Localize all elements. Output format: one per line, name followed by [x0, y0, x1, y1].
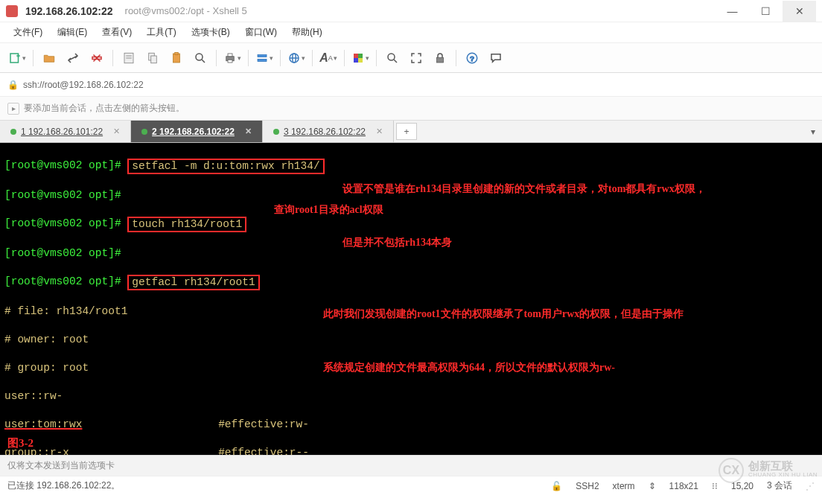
lock-icon: 🔒: [7, 80, 19, 90]
menu-view[interactable]: 查看(V): [96, 25, 138, 40]
svg-line-3: [68, 56, 77, 60]
svg-rect-27: [358, 58, 363, 63]
menu-help[interactable]: 帮助(H): [286, 25, 328, 40]
prompt: [root@vms002 opt]#: [4, 217, 127, 232]
maximize-button[interactable]: ☐: [749, 1, 783, 22]
output-user-tom: user:tom:rwx: [4, 418, 82, 432]
svg-point-14: [196, 54, 203, 60]
menu-tab[interactable]: 选项卡(B): [185, 25, 236, 40]
toolbar: ▾ ▾ ▾ ▾ AA▾ ▾ ?: [0, 43, 822, 73]
open-button[interactable]: [38, 48, 60, 68]
lock-button[interactable]: [429, 48, 451, 68]
window-host: 192.168.26.102:22: [25, 5, 113, 17]
svg-line-29: [394, 60, 397, 63]
send-bar-text: 仅将文本发送到当前选项卡: [7, 459, 115, 472]
add-session-arrow-button[interactable]: ▸: [7, 103, 19, 115]
prompt: [root@vms002 opt]#: [4, 246, 121, 261]
svg-rect-0: [10, 54, 19, 63]
prompt: [root@vms002 opt]#: [4, 188, 121, 202]
svg-rect-19: [258, 54, 267, 57]
tab-2-close-icon[interactable]: ✕: [245, 127, 252, 136]
minimize-button[interactable]: —: [716, 1, 749, 22]
window-subtitle: root@vms002:/opt - Xshell 5: [125, 5, 247, 16]
address-url[interactable]: ssh://root@192.168.26.102:22: [23, 80, 144, 90]
tip-bar: ▸ 要添加当前会话，点击左侧的箭头按钮。: [0, 97, 822, 121]
status-size: 118x21: [669, 481, 698, 491]
paste-button[interactable]: [165, 48, 188, 68]
svg-rect-25: [358, 54, 363, 58]
annotation-1: 设置不管是谁在rh134目录里创建的新的文件或者目录，对tom都具有rwx权限，…: [342, 144, 818, 269]
status-connection: 已连接 192.168.26.102:22。: [7, 479, 120, 492]
globe-button[interactable]: ▾: [285, 48, 308, 68]
tab-1-label: 1 192.168.26.101:22: [21, 127, 103, 137]
command-2: touch rh134/root1: [127, 217, 246, 232]
tab-1-close-icon[interactable]: ✕: [113, 127, 120, 136]
color-button[interactable]: ▾: [349, 48, 372, 68]
tab-overflow-button[interactable]: ▾: [804, 121, 822, 142]
menu-bar: 文件(F) 编辑(E) 查看(V) 工具(T) 选项卡(B) 窗口(W) 帮助(…: [0, 22, 822, 43]
status-term: xterm: [613, 481, 635, 491]
tab-2[interactable]: 2 192.168.26.102:22 ✕: [131, 121, 263, 142]
svg-rect-17: [228, 54, 232, 57]
command-3: getfacl rh134/root1: [127, 275, 259, 290]
copy-button[interactable]: [141, 48, 164, 68]
font-button[interactable]: AA▾: [317, 48, 340, 68]
updown-icon: ⇕: [649, 481, 656, 491]
output: # owner: root: [4, 333, 89, 347]
highlight-button[interactable]: [381, 48, 404, 68]
menu-tool[interactable]: 工具(T): [141, 25, 182, 40]
annotation-3: 此时我们发现创建的root1文件的权限继承了tom用户rwx的权限，但是由于操作…: [323, 269, 818, 395]
status-ssh: SSH2: [576, 481, 599, 491]
status-bar: 已连接 192.168.26.102:22。 🔓 SSH2 xterm ⇕ 11…: [0, 476, 822, 495]
tab-1[interactable]: 1 192.168.26.101:22 ✕: [0, 121, 131, 142]
status-dot-icon: [10, 129, 16, 135]
tab-strip: 1 192.168.26.101:22 ✕ 2 192.168.26.102:2…: [0, 121, 822, 143]
svg-rect-26: [354, 58, 358, 63]
marker-icon: ⁝⁝: [712, 481, 718, 491]
tab-3[interactable]: 3 192.168.26.102:22 ✕: [263, 121, 394, 142]
figure-label: 图3-2: [7, 434, 34, 452]
menu-window[interactable]: 窗口(W): [239, 25, 283, 40]
output-effective: #effective:r--: [218, 446, 309, 455]
menu-file[interactable]: 文件(F): [7, 25, 48, 40]
chat-button[interactable]: [485, 48, 507, 68]
terminal[interactable]: [root@vms002 opt]# setfacl -m d:u:tom:rw…: [0, 143, 822, 455]
close-button[interactable]: ✕: [783, 1, 816, 22]
print-button[interactable]: ▾: [221, 48, 243, 68]
disconnect-button[interactable]: [86, 48, 108, 68]
svg-rect-20: [258, 59, 267, 61]
help-button[interactable]: ?: [461, 48, 483, 68]
output-effective: #effective:rw-: [218, 418, 309, 432]
address-bar: 🔒 ssh://root@192.168.26.102:22: [0, 73, 822, 97]
prompt: [root@vms002 opt]#: [4, 275, 127, 290]
lock-icon: 🔓: [551, 481, 562, 491]
svg-point-28: [388, 54, 395, 60]
annotation-2: 查询root1目录的acl权限: [274, 201, 383, 219]
new-session-button[interactable]: ▾: [6, 48, 28, 68]
app-logo-icon: [6, 5, 18, 17]
fullscreen-button[interactable]: [405, 48, 427, 68]
menu-edit[interactable]: 编辑(E): [51, 25, 93, 40]
tab-3-close-icon[interactable]: ✕: [376, 127, 383, 136]
tip-text: 要添加当前会话，点击左侧的箭头按钮。: [24, 102, 185, 115]
status-dot-icon: [141, 129, 147, 135]
output: # file: rh134/root1: [4, 304, 127, 319]
output: # group: root: [4, 361, 89, 375]
svg-line-15: [202, 60, 205, 63]
title-bar: 192.168.26.102:22 root@vms002:/opt - Xsh…: [0, 0, 822, 22]
svg-rect-13: [175, 52, 179, 54]
svg-rect-18: [228, 60, 232, 63]
find-button[interactable]: [189, 48, 211, 68]
connect-button[interactable]: [62, 48, 84, 68]
svg-rect-24: [354, 54, 358, 58]
send-bar[interactable]: 仅将文本发送到当前选项卡: [0, 455, 822, 476]
tab-2-label: 2 192.168.26.102:22: [152, 127, 235, 137]
prompt: [root@vms002 opt]#: [4, 159, 127, 174]
svg-rect-30: [437, 57, 444, 63]
transfer-button[interactable]: ▾: [253, 48, 275, 68]
add-tab-button[interactable]: +: [396, 123, 417, 140]
output: user::rw-: [4, 389, 63, 403]
watermark: CX 创新互联 CHUANG XIN HU LIAN: [719, 458, 818, 483]
command-1: setfacl -m d:u:tom:rwx rh134/: [127, 159, 324, 174]
properties-button[interactable]: [118, 48, 140, 68]
